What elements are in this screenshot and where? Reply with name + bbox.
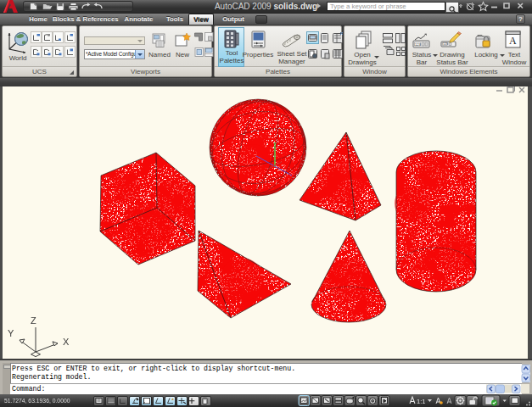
svg-text:123: 123 bbox=[443, 42, 448, 46]
svg-text:X: X bbox=[63, 337, 70, 347]
svg-text:1:1: 1:1 bbox=[417, 398, 425, 405]
svg-text:Z: Z bbox=[31, 315, 36, 326]
svg-text:123: 123 bbox=[415, 42, 421, 47]
svg-text:A: A bbox=[509, 35, 517, 47]
svg-text:Y: Y bbox=[8, 328, 14, 338]
